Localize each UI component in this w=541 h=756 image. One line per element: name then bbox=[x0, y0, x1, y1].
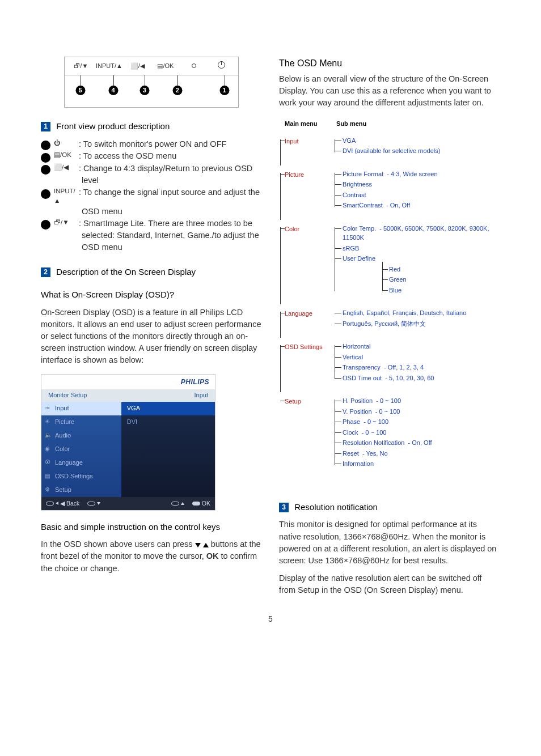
front-view-item: 3⬜/◀: Change to 4:3 display/Return to pr… bbox=[41, 163, 262, 186]
item-num: 4 bbox=[41, 189, 50, 199]
tree-group: ColorColor Temp. - 5000K, 6500K, 7500K, … bbox=[285, 223, 500, 296]
tree-sub-item: Reset - Yes, No bbox=[343, 448, 500, 459]
osd-footer-up bbox=[171, 499, 184, 508]
item-num: 2 bbox=[41, 153, 50, 163]
callout-3: 3 bbox=[140, 86, 149, 95]
osd-tree: Main menu Sub menu InputVGADVI (availabl… bbox=[279, 119, 500, 486]
osd-brand: PHILIPS bbox=[41, 375, 215, 389]
section-1-heading: 1 Front view product description bbox=[41, 120, 262, 133]
section-3-title: Resolution notification bbox=[294, 502, 378, 512]
section-num-1: 1 bbox=[41, 122, 50, 131]
bezel-power-icon bbox=[208, 61, 236, 71]
down-arrow-icon bbox=[195, 543, 201, 547]
front-view-item: 1⏻: To switch monitor's power ON and OFF bbox=[41, 138, 262, 150]
osd-col2: Input bbox=[195, 391, 208, 400]
bezel-btn-2: ▤/OK bbox=[151, 62, 180, 71]
osd-left-row: ◉Color bbox=[41, 443, 121, 456]
basic-instruction-text: In the OSD shown above users can press b… bbox=[41, 538, 262, 574]
callout-4: 4 bbox=[108, 86, 118, 95]
item-num: 3 bbox=[41, 165, 50, 175]
osd-paragraph: On-Screen Display (OSD) is a feature in … bbox=[41, 307, 262, 366]
tree-sub-item: Phase - 0 ~ 100 bbox=[343, 417, 500, 427]
section-num-3: 3 bbox=[279, 503, 289, 512]
tree-sub-item: Transparency - Off, 1, 2, 3, 4 bbox=[343, 362, 500, 373]
item-glyph: INPUT/▲ bbox=[54, 186, 79, 205]
tree-group: OSD SettingsHorizontalVerticalTransparen… bbox=[285, 341, 500, 383]
tree-nested-item: Blue bbox=[389, 285, 500, 296]
tree-sub-item: H. Position - 0 ~ 100 bbox=[343, 396, 500, 406]
callout-1: 1 bbox=[219, 86, 229, 95]
tree-sub-hdr: Sub menu bbox=[336, 120, 366, 127]
osd-left-row: ☀Picture bbox=[41, 415, 121, 429]
osd-left-row: ⚙Setup bbox=[41, 483, 121, 497]
tree-sub-item: English, Español, Français, Deutsch, Ita… bbox=[343, 308, 500, 318]
osd-question: What is On-Screen Display (OSD)? bbox=[41, 288, 262, 301]
item-glyph: 🗗/▼ bbox=[54, 218, 79, 227]
section-3-heading: 3 Resolution notification bbox=[279, 501, 500, 513]
osd-right-row: VGA bbox=[121, 402, 215, 415]
tree-group: PicturePicture Format - 4:3, Wide screen… bbox=[285, 169, 500, 211]
osd-footer-ok: OK bbox=[192, 499, 210, 508]
osd-footer-back: ◀ Back bbox=[46, 499, 79, 508]
tree-sub-item: V. Position - 0 ~ 100 bbox=[343, 406, 500, 417]
right-column: The OSD Menu Below is an overall view of… bbox=[279, 57, 500, 596]
osd-footer-down bbox=[87, 499, 100, 508]
tree-nested-item: Green bbox=[389, 274, 500, 285]
tree-main-item: Picture bbox=[285, 170, 329, 180]
tree-group: SetupH. Position - 0 ~ 100V. Position - … bbox=[285, 396, 500, 469]
tree-sub-item: Picture Format - 4:3, Wide screen bbox=[343, 169, 500, 180]
osd-menu-para: Below is an overall view of the structur… bbox=[279, 73, 500, 109]
tree-main-item: Setup bbox=[285, 397, 329, 406]
tree-sub-item: Vertical bbox=[343, 352, 500, 363]
item-num: 5 bbox=[41, 220, 50, 230]
tree-group: LanguageEnglish, Español, Français, Deut… bbox=[285, 308, 500, 329]
tree-sub-item: DVI (available for selective models) bbox=[343, 146, 500, 156]
tree-main-hdr: Main menu bbox=[285, 119, 335, 129]
tree-sub-item: Brightness bbox=[343, 179, 500, 190]
bezel-btn-5: 🗗/▼ bbox=[67, 62, 95, 71]
tree-sub-item: Horizontal bbox=[343, 341, 500, 352]
tree-nested-item: Red bbox=[389, 264, 500, 275]
front-view-list: 1⏻: To switch monitor's power ON and OFF… bbox=[41, 138, 262, 253]
bezel-diagram: 🗗/▼ INPUT/▲ ⬜/◀ ▤/OK 5 4 3 2 1 bbox=[64, 57, 239, 108]
item-num: 1 bbox=[41, 141, 50, 150]
tree-sub-item: sRGB bbox=[343, 243, 500, 254]
item-text: : To switch monitor's power ON and OFF bbox=[79, 139, 226, 148]
callout-5: 5 bbox=[75, 86, 85, 95]
bezel-btn-4: INPUT/▲ bbox=[95, 62, 124, 71]
osd-screenshot: PHILIPS Monitor Setup Input ⇥Input☀Pictu… bbox=[41, 374, 215, 511]
front-view-item: 5🗗/▼: SmartImage Lite. There are three m… bbox=[41, 218, 262, 254]
tree-sub-item: Information bbox=[343, 458, 500, 469]
tree-sub-item: Color Temp. - 5000K, 6500K, 7500K, 8200K… bbox=[343, 223, 500, 243]
basic-instruction-heading: Basic and simple instruction on the cont… bbox=[41, 521, 262, 533]
tree-sub-item: OSD Time out - 5, 10, 20, 30, 60 bbox=[343, 373, 500, 384]
item-glyph: ⏻ bbox=[54, 138, 79, 148]
left-column: 🗗/▼ INPUT/▲ ⬜/◀ ▤/OK 5 4 3 2 1 1 bbox=[41, 57, 262, 596]
tree-sub-item: User Define bbox=[343, 253, 500, 264]
osd-left-row: 🔈Audio bbox=[41, 429, 121, 443]
section-num-2: 2 bbox=[41, 267, 50, 277]
section-2-heading: 2 Description of the On Screen Display bbox=[41, 266, 262, 278]
page-columns: 🗗/▼ INPUT/▲ ⬜/◀ ▤/OK 5 4 3 2 1 1 bbox=[41, 57, 500, 596]
bezel-btn-3: ⬜/◀ bbox=[123, 62, 151, 71]
front-view-item: 2▤/OK: To access the OSD menu bbox=[41, 150, 262, 162]
tree-main-item: Input bbox=[285, 137, 329, 146]
item-text: : SmartImage Lite. There are three modes… bbox=[79, 219, 259, 252]
bezel-led-icon bbox=[180, 62, 208, 71]
tree-sub-item: VGA bbox=[343, 135, 500, 146]
item-text: : To access the OSD menu bbox=[79, 151, 176, 160]
osd-left-row: ⇥Input bbox=[41, 402, 121, 415]
tree-sub-item: Resolution Notification - On, Off bbox=[343, 438, 500, 448]
section-1-title: Front view product description bbox=[56, 121, 170, 131]
item-glyph: ▤/OK bbox=[54, 150, 79, 160]
resolution-p1: This monitor is designed for optimal per… bbox=[279, 519, 500, 566]
front-view-item: 4INPUT/▲: To change the signal input sou… bbox=[41, 186, 262, 217]
resolution-p2: Display of the native resolution alert c… bbox=[279, 572, 500, 596]
tree-group: InputVGADVI (available for selective mod… bbox=[285, 135, 500, 156]
up-arrow-icon bbox=[203, 543, 209, 547]
item-text: : Change to 4:3 display/Return to previo… bbox=[79, 164, 252, 185]
tree-sub-item: Clock - 0 ~ 100 bbox=[343, 427, 500, 438]
tree-main-item: Color bbox=[285, 224, 329, 234]
tree-sub-item: Português, Русский, 简体中文 bbox=[343, 318, 500, 329]
callout-2: 2 bbox=[172, 86, 182, 95]
